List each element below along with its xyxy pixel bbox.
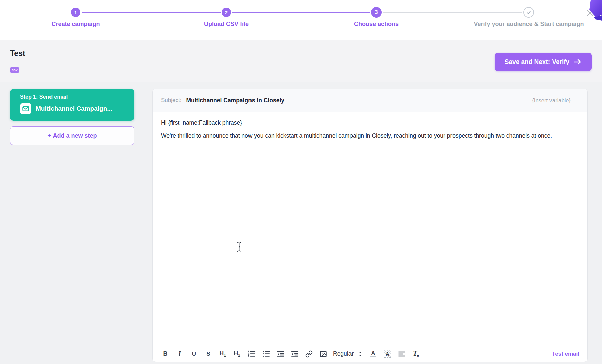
image-icon [320, 350, 327, 358]
clear-formatting-button[interactable]: Tx [411, 349, 421, 359]
step-label-create-campaign[interactable]: Create campaign [51, 21, 100, 28]
step-circle-1[interactable]: 1 [71, 8, 80, 17]
bullet-list-button[interactable] [261, 349, 271, 359]
insert-variable-button[interactable]: {Insert variable} [532, 97, 571, 104]
add-new-step-button[interactable]: + Add a new step [10, 126, 134, 145]
campaign-title: Test [10, 49, 25, 58]
outdent-button[interactable] [276, 349, 285, 359]
subject-label: Subject: [161, 97, 181, 104]
italic-button[interactable]: I [175, 349, 184, 359]
strikethrough-button[interactable]: S [204, 349, 213, 359]
formatting-toolbar: B I U S H1 H2 [153, 346, 587, 362]
up-down-arrows-icon [358, 351, 362, 357]
body-paragraph: We're thrilled to announce that now you … [161, 132, 574, 140]
underline-button[interactable]: U [189, 349, 199, 359]
ordered-list-button[interactable] [247, 349, 256, 359]
email-editor-panel: Subject: Multichannel Campaigns in Close… [152, 89, 588, 362]
bullet-list-icon [262, 350, 270, 358]
ordered-list-icon [248, 350, 256, 358]
test-email-link[interactable]: Test email [552, 351, 579, 357]
font-style-value: Regular [333, 350, 354, 357]
step-circle-3[interactable]: 3 [371, 7, 382, 18]
body-paragraph: Hi {first_name:Fallback phrase} [161, 119, 574, 127]
subject-row: Subject: Multichannel Campaigns in Close… [153, 89, 587, 112]
alignment-button[interactable] [397, 349, 406, 359]
corner-logo-shape [587, 0, 602, 24]
check-icon [525, 9, 532, 16]
insert-link-button[interactable] [304, 349, 314, 359]
text-color-icon: A [370, 350, 376, 357]
heading1-button[interactable]: H1 [218, 349, 227, 359]
csv-badge: CSV [10, 67, 19, 73]
step-circle-4[interactable] [523, 7, 534, 18]
save-and-next-button[interactable]: Save and Next: Verify [495, 53, 592, 71]
email-icon [20, 103, 31, 114]
step-card-name: Multichannel Campaign... [36, 105, 112, 112]
step-label-verify-audience: Verify your audience & Start campaign [474, 21, 584, 28]
step-label-choose-actions[interactable]: Choose actions [354, 21, 399, 28]
align-lines-icon [398, 350, 405, 358]
indent-icon [291, 350, 299, 358]
step-connector-1-2 [82, 12, 221, 13]
step-connector-3-4 [383, 12, 522, 13]
email-body-editor[interactable]: Hi {first_name:Fallback phrase} We're th… [153, 112, 587, 346]
step-label-upload-csv[interactable]: Upload CSV file [204, 21, 249, 28]
highlight-color-icon: A [384, 350, 391, 358]
subject-input[interactable]: Multichannel Campaigns in Closely [186, 97, 284, 104]
text-cursor-ibeam [237, 242, 242, 252]
clear-formatting-icon: Tx [413, 350, 419, 358]
text-color-button[interactable]: A [368, 349, 378, 359]
highlight-color-button[interactable]: A [383, 349, 392, 359]
font-style-dropdown[interactable]: Regular [333, 350, 362, 357]
heading2-button[interactable]: H2 [232, 349, 242, 359]
sidebar-step-card[interactable]: Step 1: Send email Multichannel Campaign… [10, 89, 134, 121]
step-connector-2-3 [232, 12, 370, 13]
stepper-bar: 1 2 3 Create campaign Upload CSV file Ch… [0, 0, 602, 40]
indent-button[interactable] [290, 349, 299, 359]
arrow-right-icon [573, 59, 582, 65]
link-icon [305, 350, 313, 358]
step-card-title: Step 1: Send email [20, 94, 128, 100]
insert-image-button[interactable] [319, 349, 328, 359]
step-circle-2[interactable]: 2 [222, 8, 231, 17]
campaign-header: Test CSV Save and Next: Verify [0, 40, 602, 82]
bold-button[interactable]: B [161, 349, 170, 359]
outdent-icon [277, 350, 284, 358]
save-button-label: Save and Next: Verify [505, 58, 569, 66]
